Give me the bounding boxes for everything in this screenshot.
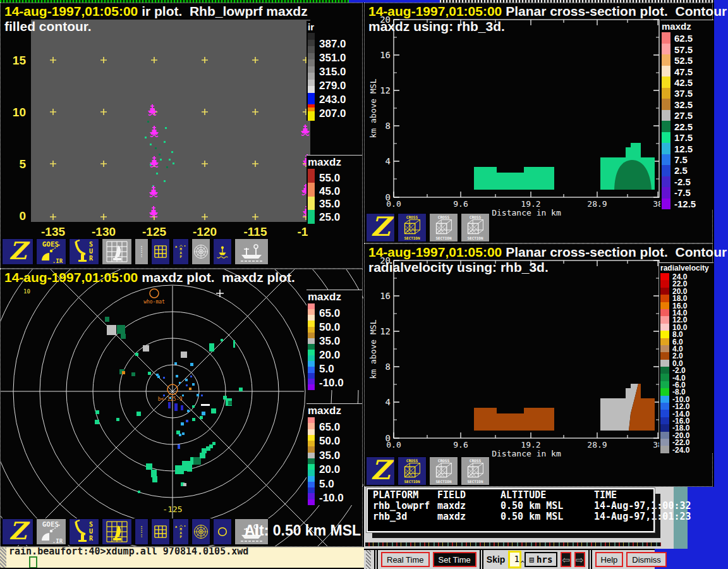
help-button[interactable]: Help [595, 552, 624, 567]
panel-ir-plot: 14-aug-1997,01:05:00 ir plot. Rhb_lowprf… [0, 3, 363, 269]
colorbar-segment [308, 344, 315, 350]
svg-text:CROSS: CROSS [438, 458, 450, 463]
top-border-strip [0, 0, 728, 3]
toolbar-button-map[interactable]: MAP [173, 238, 189, 265]
svg-text:28.9: 28.9 [587, 199, 607, 209]
error-message: Netcdf error -4? == Altitude read [388, 532, 653, 537]
colorbar-segment [308, 453, 315, 458]
toolbar-button-cross[interactable]: CROSSSECTION [429, 456, 458, 486]
toolbar-button-map[interactable]: MAP [173, 518, 189, 545]
colorbar-segment [662, 110, 670, 121]
svg-text:8: 8 [385, 362, 391, 372]
colorbar-segment [308, 169, 315, 183]
svg-text:MAP: MAP [179, 247, 182, 259]
toolbar-button-z[interactable]: Z [366, 456, 395, 486]
toolbar-button-z[interactable]: Z [2, 518, 33, 545]
toolbar-button-grid3[interactable] [151, 518, 170, 545]
list-icon: ▤ [530, 556, 534, 563]
toolbar-button-ship[interactable] [234, 238, 269, 265]
colorbar-label: 45.0 [319, 186, 340, 197]
colorbar-segment [308, 367, 315, 372]
colorbar-title: radialvelocity [660, 264, 709, 272]
svg-text:SUR: SUR [89, 521, 94, 542]
step-back-button[interactable]: ⇦ [561, 552, 571, 567]
toolbar-button-cross[interactable]: CROSSSECTION [461, 456, 490, 486]
svg-text:12: 12 [380, 326, 391, 336]
step-forward-button[interactable]: ⇨ [574, 552, 585, 567]
toolbar-button-griddish[interactable] [102, 518, 132, 545]
hours-units-button[interactable]: ▤hrs [525, 552, 558, 567]
toolbar-button-goes[interactable]: GOES.IR [36, 238, 66, 265]
toolbar-button-buoy[interactable] [213, 238, 232, 265]
toolbar-button-griddish[interactable] [102, 238, 132, 265]
cross-icon: CROSSSECTION [430, 214, 458, 242]
real-time-button[interactable]: Real Time [381, 552, 430, 567]
colorbar-label: 35.0 [319, 199, 340, 209]
svg-text:5: 5 [19, 157, 26, 171]
toolbar-button-grid3[interactable] [151, 238, 170, 265]
colorbar-segment [662, 199, 670, 210]
toolbar-button-bounds[interactable]: BOUNDS [135, 518, 149, 545]
table-header: ALTITUDE [500, 490, 594, 500]
table-cell: maxdz [437, 511, 500, 522]
colorbar-segment [660, 309, 669, 316]
toolbar-button-polar[interactable] [191, 238, 210, 265]
skip-input[interactable]: 1^ [508, 551, 521, 568]
colorbar-segment [662, 54, 670, 66]
toolbar-button-circ[interactable] [213, 518, 232, 545]
svg-text:SECTION: SECTION [436, 479, 452, 484]
cross-icon: CROSSSECTION [398, 214, 426, 242]
svg-text:-125: -125 [142, 225, 166, 238]
panel-status-window: PLATFORMFIELDALTITUDETIMErhb_lowprfmaxdz… [364, 487, 728, 569]
toolbar-button-cross[interactable]: CROSSSECTION [397, 213, 427, 242]
colorbar-segment [308, 327, 315, 333]
colorbar-label: 5.0 [319, 364, 334, 374]
toolbar-button-cross[interactable]: CROSSSECTION [397, 456, 427, 486]
z-icon: Z [3, 239, 33, 264]
colorbar-segment [308, 446, 315, 452]
colorbar-ir: ir387.0351.0315.0279.0243.0207.0 [306, 21, 362, 121]
terminal-command: rain.beaufort:40>xdump.all 970814.0105.x… [9, 547, 248, 557]
colorbar-segment [308, 499, 315, 505]
table-cell: 0.50 km MSL [500, 501, 594, 511]
colorbar-segment [308, 435, 315, 441]
toolbar-ppi-panel: ZGOES.IRSURBOUNDSMAP [2, 518, 269, 545]
colorbar-segment [308, 80, 315, 87]
colorbar-label: 2.5 [674, 166, 688, 175]
svg-text:Distance in km: Distance in km [492, 208, 561, 217]
colorbar-label: 55.0 [319, 173, 340, 183]
toolbar-button-polar[interactable] [191, 518, 210, 545]
toolbar-button-cross[interactable]: CROSSSECTION [429, 213, 458, 242]
colorbar-segment [308, 441, 315, 446]
colorbar-segment [662, 154, 670, 166]
set-time-button[interactable]: Set Time [433, 552, 476, 567]
toolbar-button-sur[interactable]: SUR [69, 518, 99, 545]
colorbar-segment [660, 381, 669, 388]
colorbar-label: 20.0 [319, 464, 340, 475]
colorbar-label: -10.0 [319, 493, 344, 503]
border-dots-green [0, 0, 349, 3]
colorbar-segment [308, 423, 315, 429]
colorbar-label: 42.5 [674, 78, 693, 87]
table-cell: rhb_lowprf [373, 501, 437, 511]
colorbar-label: 20.0 [319, 350, 340, 360]
terminal-strip[interactable]: rain.beaufort:40>xdump.all 970814.0105.x… [0, 547, 364, 568]
toolbar-button-bounds[interactable]: BOUNDS [135, 238, 149, 265]
spinner-caret-icon[interactable]: ^ [520, 558, 525, 569]
border-dots-white [440, 0, 714, 3]
colorbar-label: 315.0 [319, 66, 346, 77]
svg-text:CROSS: CROSS [406, 458, 418, 463]
toolbar-button-sur[interactable]: SUR [69, 238, 99, 265]
colorbar-segment [660, 280, 669, 287]
svg-text:MAP: MAP [179, 527, 182, 539]
svg-text:8: 8 [385, 121, 391, 131]
panel-xsection-radialvelocity: 14-aug-1997,01:05:00 Planar cross-sectio… [364, 243, 713, 487]
divider [480, 550, 483, 569]
colorbar-label: 27.5 [674, 111, 693, 120]
colorbar-segment [308, 53, 315, 60]
toolbar-button-z[interactable]: Z [366, 213, 395, 242]
toolbar-button-cross[interactable]: CROSSSECTION [461, 213, 490, 242]
toolbar-button-goes[interactable]: GOES.IR [36, 518, 66, 545]
dismiss-button[interactable]: Dismiss [626, 552, 667, 567]
toolbar-button-z[interactable]: Z [2, 238, 33, 265]
